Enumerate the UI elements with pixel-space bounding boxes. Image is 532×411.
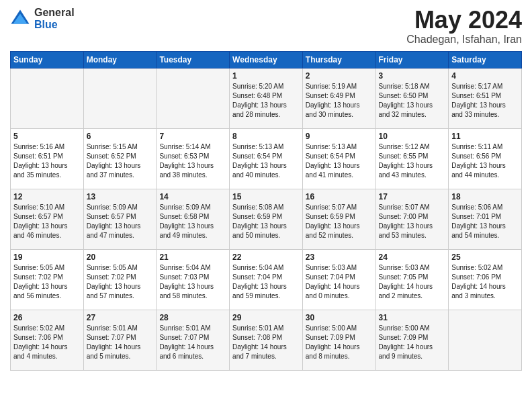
day-number: 8 — [232, 132, 300, 141]
subtitle: Chadegan, Isfahan, Iran — [406, 34, 522, 46]
logo-icon — [10, 9, 30, 29]
calendar-table: Sunday Monday Tuesday Wednesday Thursday… — [10, 51, 522, 371]
day-number: 3 — [379, 71, 446, 81]
table-cell: 4Sunrise: 5:17 AM Sunset: 6:51 PM Daylig… — [449, 68, 522, 128]
table-cell: 20Sunrise: 5:05 AM Sunset: 7:02 PM Dayli… — [83, 249, 157, 310]
table-cell: 8Sunrise: 5:13 AM Sunset: 6:54 PM Daylig… — [230, 128, 303, 189]
day-number: 15 — [232, 192, 300, 201]
day-info: Sunrise: 5:02 AM Sunset: 7:06 PM Dayligh… — [13, 324, 81, 361]
table-cell: 21Sunrise: 5:04 AM Sunset: 7:03 PM Dayli… — [157, 249, 230, 310]
table-cell: 18Sunrise: 5:06 AM Sunset: 7:01 PM Dayli… — [449, 189, 522, 249]
day-number: 24 — [379, 253, 446, 262]
table-cell: 13Sunrise: 5:09 AM Sunset: 6:57 PM Dayli… — [83, 189, 157, 249]
logo-general-label: General — [34, 7, 75, 19]
day-number: 1 — [232, 71, 300, 81]
day-info: Sunrise: 5:08 AM Sunset: 6:59 PM Dayligh… — [232, 203, 300, 240]
day-number: 7 — [159, 132, 226, 141]
day-info: Sunrise: 5:09 AM Sunset: 6:57 PM Dayligh… — [87, 203, 154, 240]
col-thursday: Thursday — [302, 51, 375, 68]
table-cell: 14Sunrise: 5:09 AM Sunset: 6:58 PM Dayli… — [157, 189, 230, 249]
table-cell: 30Sunrise: 5:00 AM Sunset: 7:09 PM Dayli… — [302, 310, 375, 370]
day-info: Sunrise: 5:01 AM Sunset: 7:08 PM Dayligh… — [232, 324, 300, 361]
table-cell: 28Sunrise: 5:01 AM Sunset: 7:07 PM Dayli… — [157, 310, 230, 370]
table-cell: 7Sunrise: 5:14 AM Sunset: 6:53 PM Daylig… — [157, 128, 230, 189]
day-info: Sunrise: 5:00 AM Sunset: 7:09 PM Dayligh… — [306, 324, 373, 361]
day-number: 13 — [87, 192, 154, 201]
day-info: Sunrise: 5:04 AM Sunset: 7:04 PM Dayligh… — [232, 263, 300, 301]
table-cell: 11Sunrise: 5:11 AM Sunset: 6:56 PM Dayli… — [449, 128, 522, 189]
col-tuesday: Tuesday — [157, 51, 230, 68]
table-cell: 31Sunrise: 5:00 AM Sunset: 7:09 PM Dayli… — [375, 310, 449, 370]
day-info: Sunrise: 5:13 AM Sunset: 6:54 PM Dayligh… — [306, 142, 373, 180]
table-cell: 12Sunrise: 5:10 AM Sunset: 6:57 PM Dayli… — [11, 189, 84, 249]
col-wednesday: Wednesday — [230, 51, 303, 68]
table-cell: 17Sunrise: 5:07 AM Sunset: 7:00 PM Dayli… — [375, 189, 449, 249]
day-number: 22 — [232, 253, 300, 262]
day-number: 14 — [159, 192, 226, 201]
day-info: Sunrise: 5:13 AM Sunset: 6:54 PM Dayligh… — [232, 142, 300, 180]
week-row-1: 1Sunrise: 5:20 AM Sunset: 6:48 PM Daylig… — [11, 68, 522, 128]
day-number: 23 — [306, 253, 373, 262]
logo-blue-label: Blue — [34, 19, 75, 31]
day-number: 18 — [451, 192, 519, 201]
table-cell: 5Sunrise: 5:16 AM Sunset: 6:51 PM Daylig… — [11, 128, 84, 189]
table-cell: 16Sunrise: 5:07 AM Sunset: 6:59 PM Dayli… — [302, 189, 375, 249]
col-sunday: Sunday — [11, 51, 84, 68]
table-cell: 3Sunrise: 5:18 AM Sunset: 6:50 PM Daylig… — [375, 68, 449, 128]
week-row-3: 12Sunrise: 5:10 AM Sunset: 6:57 PM Dayli… — [11, 189, 522, 249]
day-number: 4 — [451, 71, 519, 81]
table-cell — [449, 310, 522, 370]
table-cell: 2Sunrise: 5:19 AM Sunset: 6:49 PM Daylig… — [302, 68, 375, 128]
day-info: Sunrise: 5:04 AM Sunset: 7:03 PM Dayligh… — [159, 263, 226, 301]
day-info: Sunrise: 5:02 AM Sunset: 7:06 PM Dayligh… — [451, 263, 519, 301]
day-number: 2 — [306, 71, 373, 81]
table-cell: 25Sunrise: 5:02 AM Sunset: 7:06 PM Dayli… — [449, 249, 522, 310]
day-number: 16 — [306, 192, 373, 201]
day-info: Sunrise: 5:05 AM Sunset: 7:02 PM Dayligh… — [87, 263, 154, 301]
day-number: 6 — [87, 132, 154, 141]
week-row-2: 5Sunrise: 5:16 AM Sunset: 6:51 PM Daylig… — [11, 128, 522, 189]
day-number: 9 — [306, 132, 373, 141]
page: General Blue May 2024 Chadegan, Isfahan,… — [0, 0, 532, 381]
day-info: Sunrise: 5:15 AM Sunset: 6:52 PM Dayligh… — [87, 142, 154, 180]
day-number: 29 — [232, 313, 300, 322]
day-info: Sunrise: 5:09 AM Sunset: 6:58 PM Dayligh… — [159, 203, 226, 240]
day-number: 17 — [379, 192, 446, 201]
day-number: 20 — [87, 253, 154, 262]
day-number: 26 — [13, 313, 81, 322]
day-info: Sunrise: 5:10 AM Sunset: 6:57 PM Dayligh… — [13, 203, 81, 240]
day-info: Sunrise: 5:01 AM Sunset: 7:07 PM Dayligh… — [87, 324, 154, 361]
day-number: 27 — [87, 313, 154, 322]
table-cell — [157, 68, 230, 128]
day-info: Sunrise: 5:12 AM Sunset: 6:55 PM Dayligh… — [379, 142, 446, 180]
day-number: 28 — [159, 313, 226, 322]
table-cell: 23Sunrise: 5:03 AM Sunset: 7:04 PM Dayli… — [302, 249, 375, 310]
table-cell: 27Sunrise: 5:01 AM Sunset: 7:07 PM Dayli… — [83, 310, 157, 370]
header-row: Sunday Monday Tuesday Wednesday Thursday… — [11, 51, 522, 68]
main-title: May 2024 — [406, 7, 522, 34]
day-info: Sunrise: 5:19 AM Sunset: 6:49 PM Dayligh… — [306, 82, 373, 120]
table-cell: 15Sunrise: 5:08 AM Sunset: 6:59 PM Dayli… — [230, 189, 303, 249]
col-friday: Friday — [375, 51, 449, 68]
header: General Blue May 2024 Chadegan, Isfahan,… — [10, 7, 522, 46]
table-cell: 1Sunrise: 5:20 AM Sunset: 6:48 PM Daylig… — [230, 68, 303, 128]
day-info: Sunrise: 5:03 AM Sunset: 7:04 PM Dayligh… — [306, 263, 373, 301]
table-cell: 6Sunrise: 5:15 AM Sunset: 6:52 PM Daylig… — [83, 128, 157, 189]
day-info: Sunrise: 5:16 AM Sunset: 6:51 PM Dayligh… — [13, 142, 81, 180]
day-number: 19 — [13, 253, 81, 262]
day-info: Sunrise: 5:07 AM Sunset: 7:00 PM Dayligh… — [379, 203, 446, 240]
table-cell: 9Sunrise: 5:13 AM Sunset: 6:54 PM Daylig… — [302, 128, 375, 189]
day-number: 21 — [159, 253, 226, 262]
table-cell: 24Sunrise: 5:03 AM Sunset: 7:05 PM Dayli… — [375, 249, 449, 310]
col-monday: Monday — [83, 51, 157, 68]
day-number: 30 — [306, 313, 373, 322]
day-number: 10 — [379, 132, 446, 141]
logo: General Blue — [10, 7, 75, 30]
day-number: 5 — [13, 132, 81, 141]
day-info: Sunrise: 5:00 AM Sunset: 7:09 PM Dayligh… — [379, 324, 446, 361]
table-cell — [11, 68, 84, 128]
day-info: Sunrise: 5:14 AM Sunset: 6:53 PM Dayligh… — [159, 142, 226, 180]
day-info: Sunrise: 5:01 AM Sunset: 7:07 PM Dayligh… — [159, 324, 226, 361]
day-info: Sunrise: 5:03 AM Sunset: 7:05 PM Dayligh… — [379, 263, 446, 301]
table-cell — [83, 68, 157, 128]
